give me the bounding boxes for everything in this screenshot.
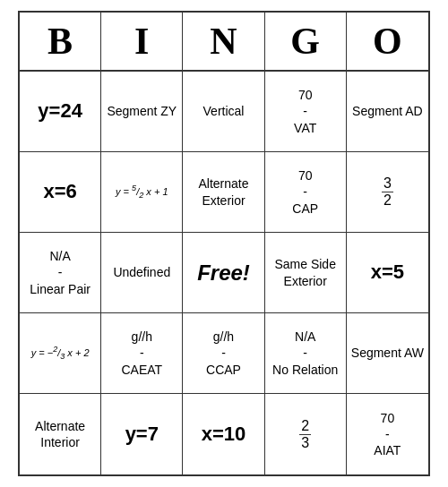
free-space: Free! [197, 259, 250, 286]
cell-text: N/A-No Relation [272, 329, 338, 378]
cell-text: y = 5/2 x + 1 [116, 184, 168, 201]
cell-text: x=5 [371, 260, 404, 286]
header-n: N [183, 13, 264, 70]
cell-text: N/A-Linear Pair [30, 248, 90, 297]
cell-text: 70-VAT [294, 87, 316, 136]
cell-r1-b: y=24 [20, 72, 101, 152]
cell-r2-n: Alternate Exterior [183, 152, 264, 233]
cell-text: 70-AIAT [374, 410, 401, 459]
bingo-header: B I N G O [20, 13, 428, 72]
cell-r1-o: Segment AD [347, 72, 428, 152]
cell-text: Alternate Exterior [186, 175, 260, 208]
cell-r5-n: x=10 [183, 394, 264, 474]
cell-text: y = −2/3 x + 2 [31, 345, 90, 363]
cell-text: y=7 [125, 422, 159, 448]
cell-r4-g: N/A-No Relation [265, 313, 347, 394]
cell-text: x=6 [43, 179, 76, 205]
header-i: I [101, 13, 183, 70]
cell-r4-i: g//h-CAEAT [101, 313, 183, 394]
cell-r5-i: y=7 [101, 394, 183, 474]
cell-r3-o: x=5 [347, 233, 428, 313]
cell-text: g//h-CAEAT [121, 329, 162, 378]
cell-text: Alternate Interior [23, 418, 97, 450]
cell-text: Segment ZY [107, 103, 177, 119]
cell-r3-g: Same Side Exterior [265, 233, 347, 313]
cell-r1-g: 70-VAT [265, 72, 347, 152]
cell-r2-g: 70-CAP [265, 152, 347, 233]
fraction-denominator: 3 [299, 435, 311, 451]
header-g: G [265, 13, 347, 70]
cell-text: Vertical [203, 103, 245, 119]
fraction-denominator: 2 [382, 192, 393, 209]
cell-r4-b: y = −2/3 x + 2 [20, 313, 101, 394]
cell-fraction: 2 3 [299, 418, 311, 450]
cell-r1-i: Segment ZY [101, 72, 183, 152]
cell-text: Same Side Exterior [269, 256, 342, 288]
fraction-numerator: 2 [299, 418, 311, 435]
cell-r2-o: 3 2 [347, 152, 428, 233]
cell-r3-n-free: Free! [183, 233, 264, 313]
cell-r4-n: g//h-CCAP [183, 313, 264, 394]
cell-text: y=24 [38, 98, 82, 124]
cell-text: g//h-CCAP [206, 329, 241, 378]
cell-text: Segment AD [352, 103, 423, 119]
cell-r4-o: Segment AW [347, 313, 428, 394]
cell-r1-n: Vertical [183, 72, 264, 152]
cell-r3-b: N/A-Linear Pair [20, 233, 101, 313]
cell-text: Undefined [113, 264, 170, 280]
header-o: O [347, 13, 428, 70]
cell-r5-g: 2 3 [265, 394, 347, 474]
cell-text: Segment AW [351, 345, 424, 361]
fraction-numerator: 3 [382, 175, 393, 192]
cell-r5-o: 70-AIAT [347, 394, 428, 474]
cell-fraction: 3 2 [382, 175, 393, 208]
cell-r2-i: y = 5/2 x + 1 [101, 152, 183, 233]
cell-r3-i: Undefined [101, 233, 183, 313]
cell-r2-b: x=6 [20, 152, 101, 233]
header-b: B [20, 13, 101, 70]
cell-r5-b: Alternate Interior [20, 394, 101, 474]
cell-text: x=10 [202, 422, 246, 448]
cell-text: 70-CAP [292, 167, 318, 217]
bingo-card: B I N G O y=24 Segment ZY Vertical 70-VA… [18, 11, 430, 476]
bingo-grid: y=24 Segment ZY Vertical 70-VAT Segment … [20, 72, 428, 474]
